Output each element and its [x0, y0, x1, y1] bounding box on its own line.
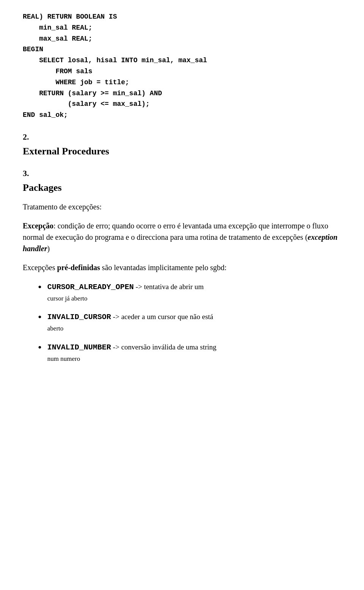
invalid-number-sub: num numero — [47, 354, 341, 364]
predefined-rest-text: são levantadas implicitamente pelo sgbd: — [100, 263, 227, 272]
invalid-number-arrow: -> conversão inválida de uma string — [113, 343, 217, 351]
predefined-intro-text: Excepções — [23, 263, 57, 272]
invalid-cursor-sub: aberto — [47, 324, 341, 334]
exceptions-heading: Tratamento de excepções: — [23, 201, 341, 212]
cursor-already-open-code: CURSOR_ALREADY_OPEN — [47, 283, 134, 291]
exception-definition: Excepção: condição de erro; quando ocorr… — [23, 220, 341, 254]
invalid-cursor-code: INVALID_CURSOR — [47, 313, 111, 321]
cursor-already-open-arrow: -> tentativa de abrir um — [136, 283, 204, 291]
predefined-bold-text: pré-definidas — [57, 263, 100, 272]
list-item: • INVALID_CURSOR -> aceder a um cursor q… — [38, 311, 341, 334]
code-block: REAL) RETURN BOOLEAN IS min_sal REAL; ma… — [23, 11, 341, 121]
list-item: • CURSOR_ALREADY_OPEN -> tentativa de ab… — [38, 281, 341, 304]
section3-number: 3. — [23, 168, 341, 178]
bullet-content-3: INVALID_NUMBER -> conversão inválida de … — [47, 341, 341, 364]
cursor-already-open-sub: cursor já aberto — [47, 294, 341, 304]
exceptions-heading-text: Tratamento de excepções: — [23, 203, 102, 211]
section2-title: External Procedures — [23, 146, 341, 157]
bullet-content-2: INVALID_CURSOR -> aceder a um cursor que… — [47, 311, 341, 334]
predefined-intro: Excepções pré-definidas são levantadas i… — [23, 262, 341, 273]
section3-title: Packages — [23, 182, 341, 194]
bullet-dot-2: • — [38, 309, 42, 325]
invalid-cursor-arrow: -> aceder a um cursor que não está — [113, 313, 213, 321]
exception-close: ) — [47, 244, 50, 253]
invalid-number-code: INVALID_NUMBER — [47, 343, 111, 352]
section2-number: 2. — [23, 132, 341, 142]
bullet-dot-1: • — [38, 279, 42, 295]
bullet-dot-3: • — [38, 340, 42, 356]
list-item: • INVALID_NUMBER -> conversão inválida d… — [38, 341, 341, 364]
bullet-content-1: CURSOR_ALREADY_OPEN -> tentativa de abri… — [47, 281, 341, 304]
exception-list: • CURSOR_ALREADY_OPEN -> tentativa de ab… — [38, 281, 341, 364]
exception-desc: : condição de erro; quando ocorre o erro… — [23, 222, 328, 241]
exception-label: Excepção — [23, 222, 53, 230]
